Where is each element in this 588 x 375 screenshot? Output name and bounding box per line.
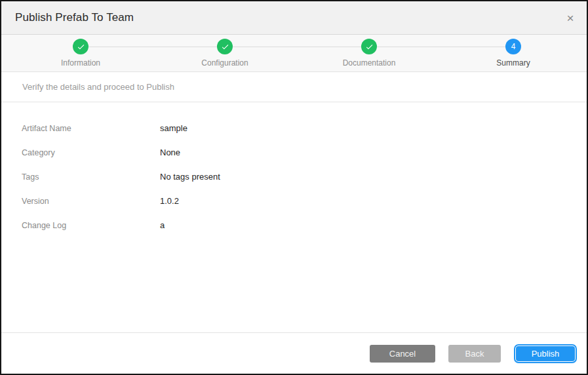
publish-button-focus-ring: Publish [514, 344, 577, 363]
message-bar: Verify the details and proceed to Publis… [1, 72, 587, 102]
detail-value: None [160, 148, 180, 157]
detail-label: Change Log [22, 221, 160, 230]
detail-label: Version [22, 197, 160, 206]
detail-label: Artifact Name [22, 124, 160, 133]
step-complete-check-icon [217, 39, 233, 54]
step-complete-check-icon [73, 39, 88, 54]
step-information[interactable]: Information [9, 35, 153, 71]
detail-row-category: Category None [22, 140, 587, 165]
step-summary[interactable]: 4 Summary [441, 35, 585, 71]
detail-row-artifact-name: Artifact Name sample [22, 116, 587, 140]
cancel-button[interactable]: Cancel [370, 345, 435, 363]
detail-row-change-log: Change Log a [22, 213, 587, 237]
verify-message: Verify the details and proceed to Publis… [22, 82, 174, 92]
step-documentation[interactable]: Documentation [297, 35, 441, 71]
detail-value: sample [160, 123, 187, 133]
detail-value: 1.0.2 [160, 196, 179, 206]
detail-value: a [160, 220, 165, 230]
dialog-footer: Cancel Back Publish [1, 332, 587, 374]
detail-row-tags: Tags No tags present [22, 165, 587, 189]
step-label-configuration: Configuration [201, 58, 248, 68]
detail-label: Category [22, 148, 160, 157]
close-icon[interactable]: × [563, 10, 578, 25]
step-label-summary: Summary [496, 58, 530, 68]
detail-row-version: Version 1.0.2 [22, 189, 587, 213]
publish-prefab-dialog: Publish Prefab To Team × Information Con… [0, 0, 588, 375]
back-button[interactable]: Back [448, 345, 501, 363]
detail-label: Tags [22, 172, 160, 182]
stepper: Information Configuration Documentation … [1, 35, 587, 72]
publish-button[interactable]: Publish [516, 346, 575, 361]
detail-value: No tags present [160, 172, 220, 182]
step-configuration[interactable]: Configuration [153, 35, 297, 71]
step-complete-check-icon [361, 39, 377, 54]
step-label-information: Information [61, 58, 100, 68]
step-label-documentation: Documentation [343, 58, 396, 68]
step-number-badge: 4 [505, 39, 521, 54]
summary-details: Artifact Name sample Category None Tags … [1, 102, 587, 332]
dialog-header: Publish Prefab To Team × [1, 1, 587, 35]
dialog-title: Publish Prefab To Team [15, 11, 134, 24]
step-number: 4 [511, 42, 516, 51]
